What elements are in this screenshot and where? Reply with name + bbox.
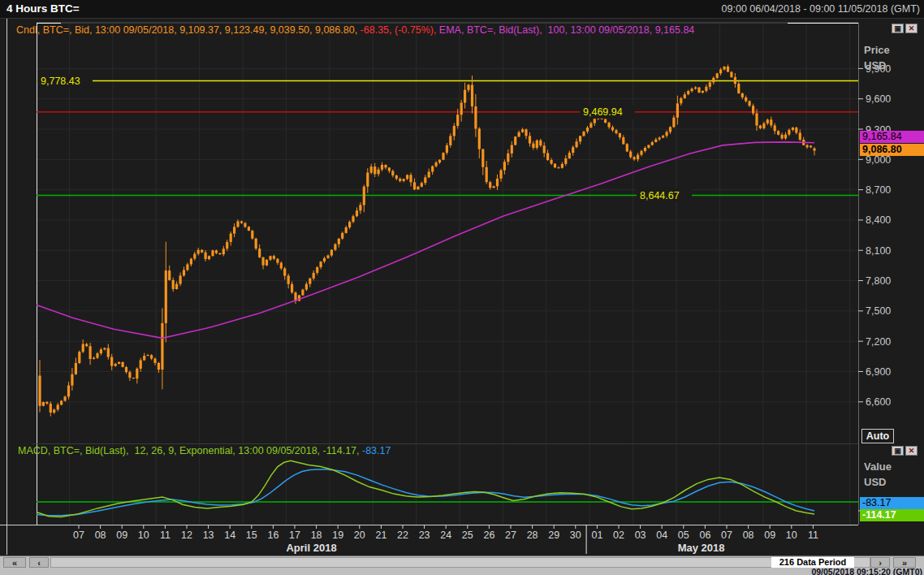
svg-text:12: 12 bbox=[181, 530, 192, 541]
svg-text:18: 18 bbox=[311, 530, 322, 541]
chart-canvas[interactable]: 9,778.439,469.948,644.679,9009,6009,3009… bbox=[0, 0, 924, 556]
legend-segment: Cndl, BTC=, Bid, 13:00 09/05/2018, 9,109… bbox=[16, 24, 361, 36]
svg-text:24: 24 bbox=[440, 530, 451, 541]
svg-text:01: 01 bbox=[591, 530, 602, 541]
svg-text:8,644.67: 8,644.67 bbox=[640, 190, 680, 201]
svg-text:09: 09 bbox=[116, 530, 127, 541]
svg-text:8,700: 8,700 bbox=[866, 184, 891, 196]
svg-text:April 2018: April 2018 bbox=[286, 542, 336, 554]
macd-value-tag: -114.17 bbox=[860, 509, 924, 521]
legend-segment: EMA, BTC=, Bid(Last), 100, 13:00 09/05/2… bbox=[439, 24, 694, 36]
main-chart-legend: Cndl, BTC=, Bid, 13:00 09/05/2018, 9,109… bbox=[16, 24, 694, 36]
svg-text:20: 20 bbox=[354, 530, 365, 541]
svg-text:10: 10 bbox=[138, 530, 149, 541]
restore-icon[interactable]: ▣ bbox=[892, 446, 904, 456]
auto-scale-button[interactable]: Auto bbox=[861, 429, 894, 443]
svg-text:26: 26 bbox=[483, 530, 494, 541]
ema-price-tag: 9,165.84 bbox=[860, 131, 924, 143]
svg-text:15: 15 bbox=[246, 530, 257, 541]
scrollbar-track[interactable] bbox=[50, 557, 870, 568]
svg-text:13: 13 bbox=[203, 530, 214, 541]
close-icon[interactable]: ✕ bbox=[905, 24, 918, 33]
svg-text:10: 10 bbox=[786, 530, 797, 541]
svg-text:27: 27 bbox=[505, 530, 516, 541]
scroll-left-button[interactable]: ‹ bbox=[29, 557, 49, 568]
macd-legend: MACD, BTC=, Bid(Last), 12, 26, 9, Expone… bbox=[18, 445, 391, 456]
scroll-far-left-button[interactable]: « bbox=[3, 557, 26, 568]
svg-text:04: 04 bbox=[656, 530, 667, 541]
svg-text:17: 17 bbox=[289, 530, 300, 541]
svg-text:21: 21 bbox=[375, 530, 386, 541]
macd-signal-tag: -83.17 bbox=[860, 497, 924, 509]
main-panel-window-icons: ▣ ✕ bbox=[892, 24, 919, 34]
svg-text:8,400: 8,400 bbox=[866, 214, 891, 226]
svg-text:09: 09 bbox=[764, 530, 775, 541]
close-icon[interactable]: ✕ bbox=[905, 446, 918, 456]
svg-text:05: 05 bbox=[678, 530, 689, 541]
svg-text:7,800: 7,800 bbox=[866, 275, 891, 287]
svg-text:9,469.94: 9,469.94 bbox=[583, 106, 623, 118]
svg-text:23: 23 bbox=[419, 530, 430, 541]
svg-text:02: 02 bbox=[613, 530, 624, 541]
price-axis-title: Price USD bbox=[864, 42, 890, 73]
value-axis-title: Value USD bbox=[864, 459, 892, 490]
timeline-scrollbar: « ‹ 216 Data Period › » 09/05/2018 09:15… bbox=[0, 556, 924, 575]
svg-text:22: 22 bbox=[397, 530, 408, 541]
svg-text:06: 06 bbox=[699, 530, 710, 541]
svg-text:19: 19 bbox=[332, 530, 343, 541]
legend-segment: -68.35, (-0.75%), bbox=[361, 24, 439, 36]
svg-text:7,500: 7,500 bbox=[866, 305, 891, 317]
svg-text:30: 30 bbox=[570, 530, 581, 541]
svg-text:11: 11 bbox=[160, 530, 171, 541]
legend-segment: MACD, BTC=, Bid(Last), 12, 26, 9, Expone… bbox=[18, 445, 362, 456]
svg-text:11: 11 bbox=[808, 530, 818, 541]
svg-text:28: 28 bbox=[527, 530, 538, 541]
restore-icon[interactable]: ▣ bbox=[892, 24, 904, 33]
chart-window: 4 Hours BTC= 09:00 06/04/2018 - 09:00 11… bbox=[0, 0, 924, 575]
svg-text:8,100: 8,100 bbox=[866, 245, 891, 257]
svg-text:08: 08 bbox=[743, 530, 754, 541]
svg-text:16: 16 bbox=[267, 530, 278, 541]
svg-text:6,900: 6,900 bbox=[866, 366, 891, 378]
svg-text:9,778.43: 9,778.43 bbox=[41, 76, 80, 87]
svg-text:07: 07 bbox=[721, 530, 732, 541]
svg-text:07: 07 bbox=[73, 530, 84, 541]
svg-text:May 2018: May 2018 bbox=[678, 542, 725, 554]
svg-text:9,600: 9,600 bbox=[866, 93, 891, 105]
svg-text:25: 25 bbox=[462, 530, 473, 541]
svg-text:29: 29 bbox=[548, 530, 559, 541]
svg-text:03: 03 bbox=[635, 530, 646, 541]
svg-text:6,600: 6,600 bbox=[866, 396, 891, 408]
macd-panel-window-icons: ▣ ✕ bbox=[892, 446, 919, 456]
legend-segment: -83.17 bbox=[362, 445, 391, 456]
current-timestamp: 09/05/2018 09:15:20 (GMT0) bbox=[811, 567, 922, 575]
svg-text:14: 14 bbox=[224, 530, 235, 541]
svg-text:08: 08 bbox=[95, 530, 106, 541]
svg-text:7,200: 7,200 bbox=[866, 336, 891, 348]
last-price-tag: 9,086.80 bbox=[860, 144, 924, 156]
